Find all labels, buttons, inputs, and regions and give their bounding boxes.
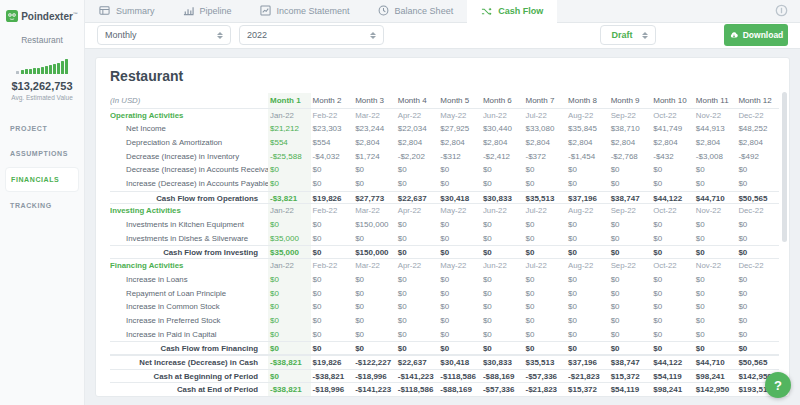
row-label: Financing Activities <box>110 259 268 273</box>
value-cell: $0 <box>438 177 481 191</box>
help-button[interactable]: ? <box>765 372 791 398</box>
row-label: Increase in Common Stock <box>110 300 268 314</box>
value-cell: $37,196 <box>566 192 609 204</box>
tab-label: Income Statement <box>277 6 350 16</box>
value-cell: $37,196 <box>566 356 609 369</box>
pipeline-icon <box>183 5 194 16</box>
value-cell: $0 <box>609 163 652 177</box>
date-cell: Jul-22 <box>523 109 566 123</box>
value-cell: $0 <box>609 300 652 314</box>
table-header-row: (In USD)Month 1Month 2Month 3Month 4Mont… <box>110 93 779 109</box>
tab-label: Summary <box>116 6 155 16</box>
value-cell: $0 <box>311 314 354 328</box>
download-cloud-icon <box>729 31 739 39</box>
date-cell: Feb-22 <box>311 109 354 123</box>
value-cell: $0 <box>609 342 652 354</box>
tab-summary[interactable]: Summary <box>85 0 169 22</box>
column-header-month-4: Month 4 <box>396 93 439 108</box>
project-name: Restaurant <box>21 35 63 45</box>
cash-flow-icon <box>481 6 492 17</box>
info-icon[interactable] <box>775 4 788 17</box>
sidebar: Poindexter™ Restaurant $13,262,753 Avg. … <box>0 0 85 405</box>
value-cell: $38,747 <box>609 192 652 204</box>
date-cell: Jun-22 <box>481 204 524 218</box>
value-cell: $0 <box>651 342 694 354</box>
sidebar-item-project[interactable]: PROJECT <box>0 117 84 140</box>
tab-cash-flow[interactable]: Cash Flow <box>467 0 557 23</box>
period-select[interactable]: Monthly <box>97 25 231 45</box>
value-cell: $22,034 <box>396 122 439 136</box>
value-cell: $0 <box>651 287 694 301</box>
value-cell: $0 <box>481 314 524 328</box>
value-cell: -$18,996 <box>353 370 396 383</box>
tab-pipeline[interactable]: Pipeline <box>169 0 246 22</box>
sidebar-item-financials[interactable]: FINANCIALS <box>5 167 79 192</box>
value-cell: $0 <box>651 314 694 328</box>
value-cell: $0 <box>481 163 524 177</box>
value-cell: $0 <box>311 287 354 301</box>
value-cell: $0 <box>523 287 566 301</box>
value-cell: $27,925 <box>438 122 481 136</box>
column-header-month-2: Month 2 <box>311 93 354 108</box>
value-cell: $0 <box>353 342 396 354</box>
value-cell: -$38,821 <box>268 356 311 369</box>
value-cell: $0 <box>311 232 354 246</box>
value-cell: $0 <box>353 314 396 328</box>
value-cell: $0 <box>566 300 609 314</box>
vertical-scrollbar[interactable] <box>782 92 787 242</box>
brand-logo[interactable]: Poindexter™ <box>6 8 78 26</box>
value-cell: $0 <box>523 314 566 328</box>
sparkline-bar <box>16 71 19 74</box>
row-label: Cash Flow from Operations <box>110 192 268 204</box>
trademark: ™ <box>73 11 78 17</box>
value-cell: $33,080 <box>523 122 566 136</box>
value-cell: $22,637 <box>396 356 439 369</box>
value-cell: $30,440 <box>481 122 524 136</box>
row-label: Increase in Preferred Stock <box>110 314 268 328</box>
value-cell: $142,950 <box>694 383 737 396</box>
value-cell: $0 <box>694 232 737 246</box>
value-cell: $0 <box>566 342 609 354</box>
download-button-label: Download <box>743 30 784 40</box>
value-cell: -$2,768 <box>609 150 652 164</box>
row-label: Net Increase (Decrease) in Cash <box>110 356 268 369</box>
value-cell: $44,710 <box>694 356 737 369</box>
value-cell: $0 <box>609 328 652 342</box>
value-cell: $0 <box>694 246 737 258</box>
date-cell: Sep-22 <box>609 204 652 218</box>
value-cell: $0 <box>268 177 311 191</box>
value-cell: -$38,821 <box>268 383 311 396</box>
value-cell: $0 <box>353 300 396 314</box>
value-cell: -$25,588 <box>268 150 311 164</box>
tab-balance-sheet[interactable]: Balance Sheet <box>364 0 468 22</box>
year-select[interactable]: 2022 <box>239 25 384 45</box>
value-cell: $0 <box>268 300 311 314</box>
value-sparkline-chart <box>16 58 68 74</box>
units-label: (In USD) <box>110 93 268 108</box>
value-cell: -$2,202 <box>396 150 439 164</box>
value-cell: -$432 <box>651 150 694 164</box>
status-select[interactable]: Draft <box>600 25 656 45</box>
sparkline-bar <box>29 69 32 74</box>
tab-income-statement[interactable]: Income Statement <box>246 0 364 22</box>
sparkline-bar <box>25 69 28 74</box>
sidebar-item-assumptions[interactable]: ASSUMPTIONS <box>0 142 84 165</box>
sidebar-item-tracking[interactable]: TRACKING <box>0 194 84 217</box>
sparkline-bar <box>49 65 52 74</box>
value-cell: $0 <box>311 300 354 314</box>
row-label: Investing Activities <box>110 204 268 218</box>
value-cell: $0 <box>268 314 311 328</box>
table-row-decrease-increase-in-inventory: Decrease (Increase) in Inventory-$25,588… <box>110 150 779 164</box>
value-cell: $0 <box>566 246 609 258</box>
value-cell: -$118,586 <box>396 383 439 396</box>
cash-flow-card: Restaurant (In USD)Month 1Month 2Month 3… <box>95 57 790 397</box>
download-button[interactable]: Download <box>724 24 788 46</box>
sparkline-bar <box>45 66 48 74</box>
value-cell: $0 <box>481 287 524 301</box>
value-cell: $0 <box>694 163 737 177</box>
value-cell: $30,418 <box>438 192 481 204</box>
table-row-decrease-increase-in-accounts-receivable: Decrease (Increase) in Accounts Receivab… <box>110 163 779 177</box>
value-cell: $0 <box>566 314 609 328</box>
value-cell: $0 <box>396 218 439 232</box>
value-cell: $0 <box>311 246 354 258</box>
